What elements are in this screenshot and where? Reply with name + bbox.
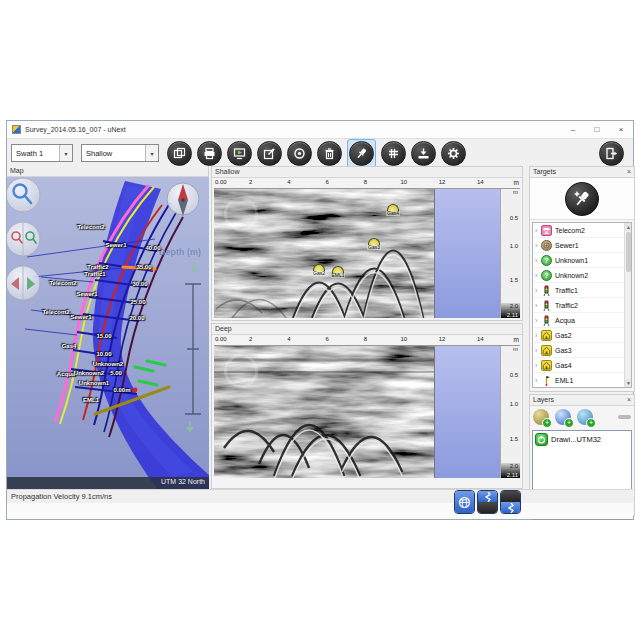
ruler-tick: 2 xyxy=(249,179,252,185)
target-marker[interactable]: Gas2 xyxy=(312,264,326,276)
target-row-sewer1[interactable]: › Sewer1 xyxy=(533,238,631,253)
target-row-unknown2[interactable]: › ? Unknown2 xyxy=(533,268,631,283)
window-footer xyxy=(7,503,633,519)
targets-panel-title: Targets xyxy=(533,168,556,176)
globe-icon xyxy=(455,491,474,513)
shallow-radargram[interactable]: Gas2 EML1 Gas3 Gas4 xyxy=(214,189,500,318)
edit-button[interactable] xyxy=(257,141,282,166)
ruler-tick: 0.00 xyxy=(215,336,227,342)
delete-button[interactable] xyxy=(317,141,342,166)
depth-tick: 2.0 xyxy=(510,303,518,309)
targets-toolbar xyxy=(530,178,634,220)
deep-panel-header: Deep xyxy=(212,324,522,335)
depth-tick: 1.5 xyxy=(510,277,518,283)
minimize-button[interactable]: – xyxy=(561,121,585,138)
target-row-unknown1[interactable]: › ? Unknown1 xyxy=(533,253,631,268)
target-marker-label: Gas2 xyxy=(312,271,326,276)
target-label: Traffic1 xyxy=(555,287,578,294)
gas-icon xyxy=(541,360,552,371)
ruler-tick: 14 xyxy=(477,179,484,185)
ruler-tick: 12 xyxy=(439,179,446,185)
map-panel-title: Map xyxy=(10,167,24,175)
map-view-button[interactable] xyxy=(454,490,475,514)
target-label: Traffic2 xyxy=(555,302,578,309)
zoom-in-out-buttons[interactable] xyxy=(7,222,40,256)
no-data-region xyxy=(434,189,500,318)
scroll-thumb[interactable] xyxy=(626,232,631,272)
grid-button[interactable] xyxy=(381,141,406,166)
targets-panel-header: Targets × xyxy=(530,167,634,178)
target-marker-label: EML1 xyxy=(331,273,345,278)
deep-radargram[interactable] xyxy=(214,346,500,478)
deep-panel-title: Deep xyxy=(215,325,232,333)
layers-close-icon[interactable]: × xyxy=(627,396,631,404)
targets-scrollbar[interactable]: ▲ ▼ xyxy=(624,223,631,387)
snapshot-button[interactable] xyxy=(167,141,192,166)
layer-power-icon[interactable] xyxy=(535,433,548,446)
target-row-traffic2[interactable]: › Traffic2 xyxy=(533,298,631,313)
target-row-traffic1[interactable]: › Traffic1 xyxy=(533,283,631,298)
layer-label: Drawi...UTM32 xyxy=(551,435,601,444)
targets-close-icon[interactable]: × xyxy=(627,168,631,176)
question-icon: ? xyxy=(541,270,552,281)
depth-tick: 1.5 xyxy=(510,436,518,442)
utm-zone-label: UTM 32 North xyxy=(7,477,209,489)
gas-icon xyxy=(541,345,552,356)
export-button[interactable] xyxy=(227,141,252,166)
swath-select-value: Swath 1 xyxy=(12,149,59,158)
settings-button[interactable] xyxy=(441,141,466,166)
rotate-buttons[interactable] xyxy=(7,266,40,300)
add-web-layer-button[interactable] xyxy=(555,409,571,425)
target-row-gas3[interactable]: › Gas3 xyxy=(533,343,631,358)
target-label: Telecom2 xyxy=(555,227,585,234)
scroll-down-icon[interactable]: ▼ xyxy=(625,379,632,387)
ruler-tick: 4 xyxy=(287,179,290,185)
app-window: Survey_2014.05.16_007 - uNext – □ × Swat… xyxy=(6,120,634,520)
add-target-pin-button[interactable] xyxy=(565,182,599,216)
snapshot-icon xyxy=(173,147,186,160)
remove-layer-button[interactable] xyxy=(618,415,631,419)
maximize-button[interactable]: □ xyxy=(585,121,609,138)
add-map-layer-button[interactable] xyxy=(577,409,593,425)
pushpin-icon xyxy=(355,147,368,160)
import-button[interactable] xyxy=(411,141,436,166)
print-button[interactable] xyxy=(197,141,222,166)
exit-button[interactable] xyxy=(599,141,624,166)
propagation-velocity-label: Propagation Velocity 9.1cm/ns xyxy=(11,492,112,501)
top-scan-view-button[interactable] xyxy=(477,490,498,514)
shallow-depth-scale: m 0.5 1.0 1.5 2.0 2.11 xyxy=(500,189,520,318)
target-row-gas2[interactable]: › Gas2 xyxy=(533,328,631,343)
shallow-panel: Shallow 0.00 2 4 6 8 10 12 14 m xyxy=(211,166,523,321)
target-row-telecom2[interactable]: › Telecom2 xyxy=(533,223,631,238)
chevron-down-icon: ▾ xyxy=(145,145,158,161)
map-view[interactable]: Depth (m) Telecom2 Sewer1 40.00 Traffic2… xyxy=(7,177,209,489)
target-label: Sewer1 xyxy=(555,242,579,249)
target-marker[interactable]: EML1 xyxy=(331,266,345,278)
profile-select[interactable]: Shallow ▾ xyxy=(81,144,159,162)
swath-select[interactable]: Swath 1 ▾ xyxy=(11,144,73,162)
map-panel-header: Map xyxy=(7,166,208,177)
ruler-tick: 2 xyxy=(249,336,252,342)
depth-unit: m xyxy=(513,346,518,352)
target-marker[interactable]: Gas4 xyxy=(386,204,400,216)
bottom-scan-view-button[interactable] xyxy=(500,490,521,514)
target-label: Acqua xyxy=(555,317,575,324)
target-marker[interactable]: Gas3 xyxy=(367,238,381,250)
zoom-tool-button[interactable] xyxy=(7,178,40,212)
main-toolbar: Swath 1 ▾ Shallow ▾ xyxy=(7,139,633,167)
shallow-panel-title: Shallow xyxy=(215,168,240,176)
layer-row-drawing[interactable]: Drawi...UTM32 xyxy=(533,431,631,448)
pin-target-toggle[interactable] xyxy=(347,139,376,168)
add-grid-layer-button[interactable] xyxy=(533,409,549,425)
target-label: Gas2 xyxy=(555,332,572,339)
gas-icon xyxy=(541,330,552,341)
close-button[interactable]: × xyxy=(609,121,633,138)
scroll-up-icon[interactable]: ▲ xyxy=(625,223,632,231)
profile-select-value: Shallow xyxy=(82,149,145,158)
target-row-gas4[interactable]: › Gas4 xyxy=(533,358,631,373)
pin-button[interactable] xyxy=(349,141,374,166)
locate-target-button[interactable] xyxy=(287,141,312,166)
target-row-acqua[interactable]: › Acqua xyxy=(533,313,631,328)
shallow-panel-header: Shallow xyxy=(212,167,522,178)
target-row-eml1[interactable]: › EML1 xyxy=(533,373,631,388)
